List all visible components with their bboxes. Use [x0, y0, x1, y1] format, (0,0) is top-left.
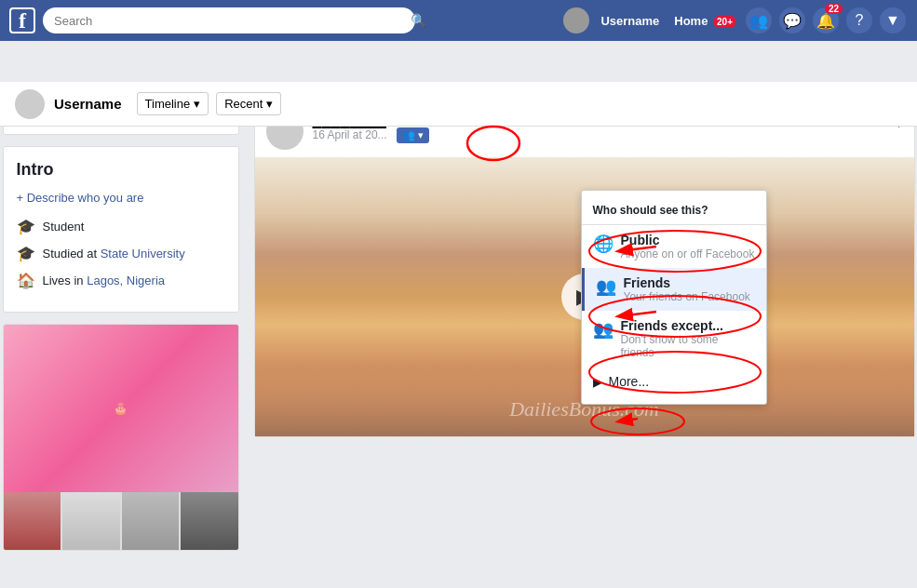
home-icon: 🏠: [17, 272, 35, 289]
nav-more-button[interactable]: ▼: [880, 7, 906, 33]
more-label: More...: [609, 374, 650, 389]
search-icon: 🔍: [411, 13, 426, 28]
friends-privacy-icon: 👥: [402, 129, 415, 141]
recent-button[interactable]: Recent ▾: [216, 92, 281, 115]
dropdown-item-except-text: Friends except... Don't show to some fri…: [621, 318, 755, 359]
friends-label: Friends: [624, 275, 750, 290]
dropdown-item-public[interactable]: 🌐 Public Anyone on or off Facebook: [582, 225, 766, 268]
dropdown-item-friends[interactable]: 👥 Friends Your friends on Facebook: [582, 268, 766, 311]
help-nav-button[interactable]: ?: [846, 7, 872, 33]
friends-nav-button[interactable]: 👥: [746, 7, 772, 33]
notifications-badge: 22: [825, 4, 843, 14]
chevron-down-icon: ▼: [885, 12, 900, 29]
right-content: ████████ shared Pulse Nigeria's video. 1…: [254, 100, 915, 551]
student-icon: 🎓: [17, 218, 35, 235]
nav-username[interactable]: Username: [600, 14, 659, 28]
facebook-logo[interactable]: f: [9, 7, 35, 33]
timeline-button[interactable]: Timeline ▾: [137, 92, 209, 115]
main-photo[interactable]: 🎂: [4, 325, 238, 492]
sub-photo-3[interactable]: [122, 492, 180, 550]
privacy-chevron: ▾: [418, 129, 424, 141]
friends-icon: 👥: [596, 276, 616, 297]
friends-nav-icon: 👥: [749, 12, 768, 30]
dropdown-item-friends-except[interactable]: 👥 Friends except... Don't show to some f…: [582, 311, 766, 367]
university-icon: 🎓: [17, 245, 35, 262]
profile-nav-avatar: [15, 89, 45, 119]
top-navigation: f 🔍 Username Home 20+ 👥 💬 🔔 22 ? ▼: [0, 0, 917, 41]
dropdown-title: Who should see this?: [582, 198, 766, 225]
nav-right-section: Username Home 20+ 👥 💬 🔔 22 ? ▼: [563, 7, 908, 33]
recent-chevron-icon: ▾: [266, 97, 273, 111]
profile-navigation: Username Timeline ▾ Recent ▾: [0, 82, 917, 127]
dropdown-item-public-text: Public Anyone on or off Facebook: [621, 233, 755, 261]
nav-avatar[interactable]: [563, 7, 589, 33]
bell-icon: 🔔: [816, 12, 835, 30]
photo-sub-grid: [4, 492, 238, 550]
intro-title: Intro: [17, 160, 225, 180]
university-link[interactable]: State University: [101, 247, 185, 261]
friends-except-label: Friends except...: [621, 318, 755, 333]
post-privacy-button[interactable]: 👥 ▾: [397, 127, 429, 143]
dropdown-more[interactable]: ▶ More...: [582, 367, 766, 396]
friends-desc: Your friends on Facebook: [624, 290, 750, 303]
location-link[interactable]: Lagos, Nigeria: [87, 274, 165, 287]
intro-item-university: 🎓 Studied at State University: [17, 245, 225, 262]
audience-dropdown: Who should see this? 🌐 Public Anyone on …: [581, 190, 767, 405]
intro-studied-text: Studied at State University: [43, 247, 185, 261]
post-time: 16 April at 20... 👥 ▾: [313, 127, 885, 143]
friends-except-desc: Don't show to some friends: [621, 333, 755, 359]
home-nav-item[interactable]: Home 20+: [674, 14, 736, 28]
add-description-link[interactable]: + Describe who you are: [17, 191, 225, 205]
feed-post: ████████ shared Pulse Nigeria's video. 1…: [254, 100, 915, 437]
sub-photo-2[interactable]: [62, 492, 120, 550]
messenger-icon: 💬: [783, 12, 802, 30]
photos-box: 🎂: [3, 324, 239, 551]
dropdown-item-friends-text: Friends Your friends on Facebook: [624, 275, 750, 303]
search-wrapper: 🔍: [43, 7, 434, 33]
home-badge: 20+: [713, 16, 736, 28]
messenger-nav-button[interactable]: 💬: [779, 7, 805, 33]
left-sidebar: ··· 4 Pending Items Intro + Describe who…: [3, 100, 239, 551]
public-icon: 🌐: [593, 234, 614, 254]
profile-name: Username: [54, 96, 122, 112]
sub-photo-4[interactable]: [181, 492, 238, 550]
sub-photo-1[interactable]: [4, 492, 61, 550]
help-icon: ?: [856, 12, 864, 29]
intro-student-text: Student: [43, 220, 85, 234]
main-layout: ··· 4 Pending Items Intro + Describe who…: [3, 86, 915, 566]
search-input[interactable]: [43, 7, 415, 33]
triangle-icon: ▶: [593, 374, 603, 389]
intro-item-student: 🎓 Student: [17, 218, 225, 235]
notifications-nav-button[interactable]: 🔔 22: [813, 7, 839, 33]
timeline-chevron-icon: ▾: [194, 97, 200, 111]
public-desc: Anyone on or off Facebook: [621, 247, 755, 261]
friends-except-icon: 👥: [593, 319, 614, 340]
intro-box: Intro + Describe who you are 🎓 Student 🎓…: [3, 146, 239, 313]
public-label: Public: [621, 233, 755, 247]
intro-lives-text: Lives in Lagos, Nigeria: [43, 274, 166, 287]
intro-item-location: 🏠 Lives in Lagos, Nigeria: [17, 272, 225, 289]
